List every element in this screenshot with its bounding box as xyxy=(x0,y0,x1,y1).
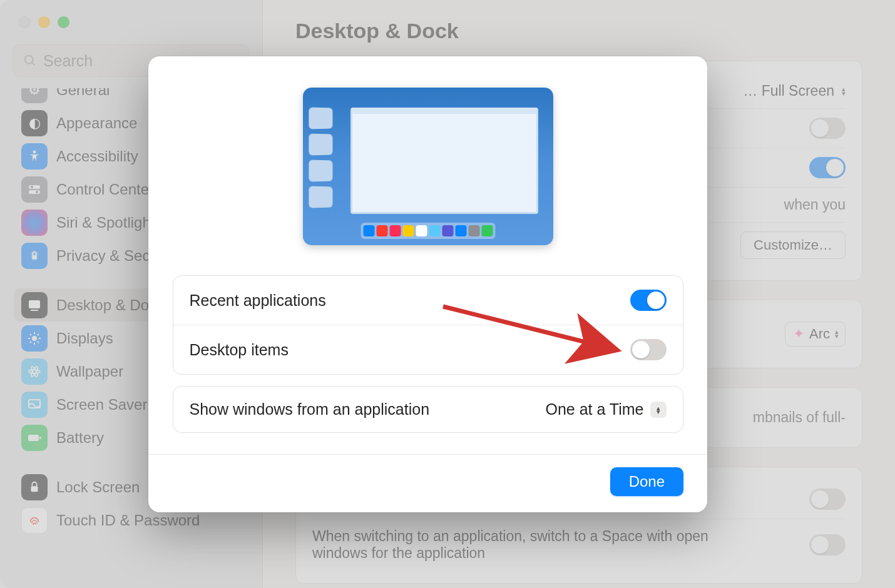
bg-toggle-4[interactable] xyxy=(809,534,846,555)
sidebar-item-label: Touch ID & Password xyxy=(56,512,200,529)
svg-rect-8 xyxy=(29,300,40,308)
recent-apps-toggle[interactable] xyxy=(630,290,667,311)
row-show-windows: Show windows from an application One at … xyxy=(173,387,683,432)
show-windows-dropdown[interactable]: ▴▾ xyxy=(650,402,667,418)
sheet-footer: Done xyxy=(148,454,707,512)
close-button[interactable] xyxy=(19,16,31,28)
svg-line-17 xyxy=(38,334,39,335)
svg-point-6 xyxy=(36,190,38,193)
bg-fullscreen-value: … Full Screen xyxy=(743,83,834,99)
svg-rect-24 xyxy=(28,435,39,441)
svg-point-20 xyxy=(29,370,40,373)
maximize-button[interactable] xyxy=(58,16,69,28)
default-browser-picker[interactable]: ✦ Arc ▴▾ xyxy=(785,322,846,347)
bg-thumbnails-text: mbnails of full- xyxy=(753,409,846,426)
default-browser-value: Arc xyxy=(809,326,830,342)
sheet-settings-card: Recent applications Desktop items xyxy=(173,275,683,375)
sidebar-item-label: Screen Saver xyxy=(56,396,147,413)
search-placeholder: Search xyxy=(43,52,93,70)
desktop-items-label: Desktop items xyxy=(190,341,289,359)
accessibility-icon xyxy=(21,143,48,170)
sidebar-item-label: Appearance xyxy=(56,114,137,132)
sidebar-item-label: Lock Screen xyxy=(56,479,140,496)
displays-icon xyxy=(21,325,48,352)
svg-point-2 xyxy=(33,150,36,153)
desktop-dock-icon xyxy=(21,292,48,318)
arc-icon: ✦ xyxy=(793,326,804,342)
page-title: Desktop & Dock xyxy=(295,19,862,43)
siri-icon xyxy=(21,210,48,236)
svg-rect-25 xyxy=(39,437,41,439)
sidebar-item-label: Displays xyxy=(56,330,113,347)
show-windows-label: Show windows from an application xyxy=(190,400,430,418)
sidebar-item-label: Accessibility xyxy=(56,148,138,165)
stage-manager-sheet: Recent applications Desktop items Show w… xyxy=(148,56,707,512)
sidebar-item-label: Battery xyxy=(56,429,104,447)
search-icon xyxy=(23,54,37,68)
chevron-up-down-icon: ▴▾ xyxy=(842,87,846,96)
battery-icon xyxy=(21,425,48,451)
lock-icon xyxy=(21,474,48,500)
show-windows-value: One at a Time xyxy=(545,400,643,418)
appearance-icon: ◐ xyxy=(21,110,48,136)
svg-point-10 xyxy=(32,336,37,341)
recent-apps-label: Recent applications xyxy=(190,291,326,310)
desktop-items-toggle[interactable] xyxy=(630,339,667,360)
row-recent-applications: Recent applications xyxy=(173,276,683,325)
bg-when-you-text: when you xyxy=(784,196,846,213)
svg-line-15 xyxy=(30,334,31,335)
sheet-show-windows-card: Show windows from an application One at … xyxy=(173,386,683,433)
svg-line-1 xyxy=(32,63,35,66)
sidebar-item-label: Control Center xyxy=(56,181,154,198)
touchid-icon xyxy=(21,507,48,534)
privacy-icon xyxy=(21,243,48,269)
svg-rect-3 xyxy=(29,185,40,189)
control-center-icon xyxy=(21,176,48,203)
svg-rect-4 xyxy=(29,190,40,194)
minimize-button[interactable] xyxy=(38,16,50,28)
sidebar-item-label: General xyxy=(56,88,110,99)
stage-manager-illustration xyxy=(303,88,553,245)
window-controls xyxy=(0,8,262,44)
screensaver-icon xyxy=(21,392,48,418)
wallpaper-icon xyxy=(21,358,48,385)
svg-line-16 xyxy=(38,342,39,343)
svg-line-18 xyxy=(30,342,31,343)
svg-rect-7 xyxy=(32,255,36,259)
sidebar-item-label: Siri & Spotlight xyxy=(56,214,155,231)
customize-button[interactable]: Customize… xyxy=(740,231,846,259)
bg-switch-app-text: When switching to an application, switch… xyxy=(312,528,713,562)
bg-toggle-1[interactable] xyxy=(809,118,846,139)
gear-icon: ⚙ xyxy=(21,88,48,103)
done-button[interactable]: Done xyxy=(610,467,683,496)
bg-toggle-3[interactable] xyxy=(809,489,846,510)
svg-rect-9 xyxy=(31,310,38,311)
bg-toggle-2[interactable] xyxy=(809,157,846,178)
sidebar-item-label: Wallpaper xyxy=(56,363,123,380)
svg-rect-26 xyxy=(31,486,38,492)
row-desktop-items: Desktop items xyxy=(173,325,683,374)
svg-point-0 xyxy=(25,56,33,64)
svg-point-5 xyxy=(31,185,33,188)
chevron-up-down-icon: ▴▾ xyxy=(657,406,660,413)
chevron-up-down-icon: ▴▾ xyxy=(835,330,839,338)
